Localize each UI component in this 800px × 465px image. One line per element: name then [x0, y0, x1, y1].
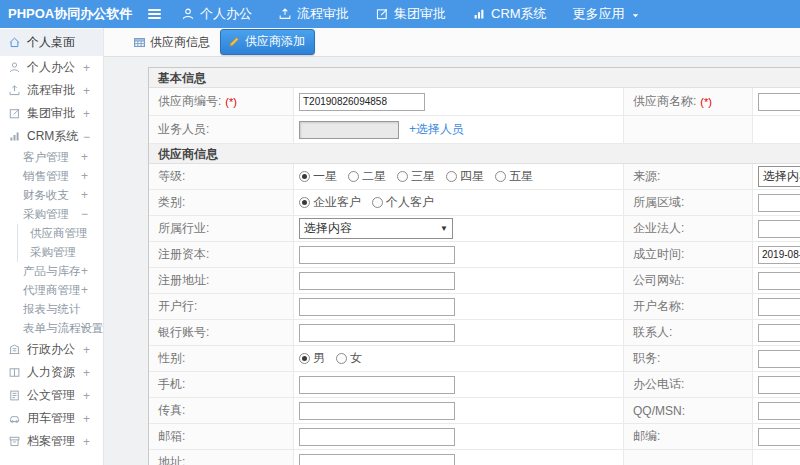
- expand-toggle-icon[interactable]: +: [81, 281, 88, 300]
- field-cell-registered-address: [294, 268, 624, 293]
- field-cell-contact-person: [753, 320, 800, 345]
- input-address[interactable]: [299, 454, 455, 465]
- sidebar-item-vehicle-management[interactable]: 用车管理+: [0, 407, 103, 430]
- radio-level-option-2[interactable]: 三星: [397, 168, 435, 185]
- select-source[interactable]: 选择内容▼: [758, 166, 800, 187]
- sidebar-subitem-supplier-management[interactable]: 供应商管理: [17, 224, 103, 243]
- input-business-staff[interactable]: [299, 121, 399, 139]
- input-fax[interactable]: [299, 402, 455, 420]
- nav-item-personal-office[interactable]: 个人办公: [181, 5, 252, 23]
- radio-category-option-1[interactable]: 个人客户: [372, 194, 434, 211]
- select-industry[interactable]: 选择内容▼: [299, 218, 453, 239]
- expand-toggle-icon[interactable]: +: [83, 389, 90, 403]
- sidebar-item-official-docs[interactable]: 公文管理+: [0, 384, 103, 407]
- radio-gender-option-1[interactable]: 女: [336, 350, 362, 367]
- expand-toggle-icon[interactable]: +: [83, 435, 90, 449]
- input-bank-account[interactable]: [299, 324, 455, 342]
- input-position[interactable]: [758, 350, 800, 368]
- sidebar-subitem-finance-income-expense[interactable]: 财务收支+: [0, 186, 103, 205]
- input-office-phone[interactable]: [758, 376, 800, 394]
- expand-toggle-icon[interactable]: +: [83, 366, 90, 380]
- form-section: 基本信息供应商编号:(*)供应商名称:(*)业务人员:+选择人员: [149, 68, 800, 144]
- nav-item-workflow-approval[interactable]: 流程审批: [278, 5, 349, 23]
- expand-toggle-icon[interactable]: +: [83, 412, 90, 426]
- radio-option-label: 五星: [509, 168, 533, 185]
- sidebar-subitem-sales-management[interactable]: 销售管理+: [0, 167, 103, 186]
- field-cell-legal-person: [753, 216, 800, 241]
- input-email[interactable]: [299, 428, 455, 446]
- expand-toggle-icon[interactable]: −: [83, 130, 90, 144]
- input-account-name[interactable]: [758, 298, 800, 316]
- input-postcode[interactable]: [758, 428, 800, 446]
- expand-toggle-icon[interactable]: +: [83, 61, 90, 75]
- input-contact-person[interactable]: [758, 324, 800, 342]
- nav-item-more-apps[interactable]: 更多应用: [573, 5, 641, 23]
- sidebar-item-personal-desktop[interactable]: 个人桌面: [0, 29, 103, 56]
- radio-level-option-1[interactable]: 二星: [348, 168, 386, 185]
- form-row: 业务人员:+选择人员: [149, 116, 800, 144]
- radio-gender-option-0[interactable]: 男: [299, 350, 325, 367]
- choose-person-link[interactable]: +选择人员: [409, 121, 464, 138]
- expand-toggle-icon[interactable]: +: [83, 84, 90, 98]
- sidebar-subitem-purchase-management[interactable]: 采购管理−: [0, 205, 103, 224]
- radio-button-icon: [348, 171, 359, 182]
- field-cell-position: [753, 346, 800, 371]
- radio-level-option-0[interactable]: 一星: [299, 168, 337, 185]
- input-region[interactable]: [758, 194, 800, 212]
- car-icon: [8, 412, 21, 425]
- input-qq-msn[interactable]: [758, 402, 800, 420]
- form-row: 注册资本:成立时间:: [149, 242, 800, 268]
- field-label-supplier-name: 供应商名称:(*): [624, 88, 753, 115]
- topbar-nav: 个人办公流程审批集团审批CRM系统更多应用: [181, 5, 641, 23]
- sidebar-item-group-approval[interactable]: 集团审批+: [0, 102, 103, 125]
- expand-toggle-icon[interactable]: +: [83, 343, 90, 357]
- field-cell-email: [294, 424, 624, 449]
- input-mobile[interactable]: [299, 376, 455, 394]
- sidebar-item-archive-management[interactable]: 档案管理+: [0, 430, 103, 453]
- expand-toggle-icon[interactable]: −: [81, 205, 88, 224]
- radio-level-option-4[interactable]: 五星: [495, 168, 533, 185]
- tab-supplier-add[interactable]: 供应商添加: [220, 29, 315, 55]
- expand-toggle-icon[interactable]: +: [81, 319, 88, 338]
- input-registered-address[interactable]: [299, 272, 455, 290]
- input-registered-capital[interactable]: [299, 246, 455, 264]
- nav-item-group-approval[interactable]: 集团审批: [375, 5, 446, 23]
- sidebar-item-personal-office[interactable]: 个人办公+: [0, 56, 103, 79]
- input-company-website[interactable]: [758, 272, 800, 290]
- form-row: 所属行业:选择内容▼企业法人:: [149, 216, 800, 242]
- input-supplier-name[interactable]: [758, 93, 800, 111]
- sidebar-subitem-agent-management[interactable]: 代理商管理+: [0, 281, 103, 300]
- input-bank-branch[interactable]: [299, 298, 455, 316]
- radio-level-option-3[interactable]: 四星: [446, 168, 484, 185]
- sidebar-subitem-customer-management[interactable]: 客户管理+: [0, 148, 103, 167]
- field-label-text: 职务:: [633, 350, 660, 367]
- expand-toggle-icon[interactable]: +: [81, 186, 88, 205]
- sidebar-subitem-form-workflow-settings[interactable]: 表单与流程设置+: [0, 319, 103, 338]
- sidebar-item-workflow-approval[interactable]: 流程审批+: [0, 79, 103, 102]
- sidebar-subitem-product-inventory[interactable]: 产品与库存+: [0, 262, 103, 281]
- input-legal-person[interactable]: [758, 220, 800, 238]
- hamburger-menu-icon[interactable]: [148, 9, 161, 19]
- expand-toggle-icon[interactable]: +: [81, 167, 88, 186]
- field-label-account-name: 开户名称:: [624, 294, 753, 319]
- nav-item-crm-system[interactable]: CRM系统: [472, 5, 547, 23]
- sidebar-item-human-resources[interactable]: 人力资源+: [0, 361, 103, 384]
- input-supplier-code[interactable]: [299, 93, 425, 111]
- field-cell-fax: [294, 398, 624, 423]
- doc-icon: [8, 389, 21, 402]
- expand-toggle-icon[interactable]: +: [83, 107, 90, 121]
- tab-supplier-info[interactable]: 供应商信息: [133, 34, 210, 51]
- sidebar-item-crm-system[interactable]: CRM系统−: [0, 125, 103, 148]
- sidebar-subitem-procurement-management[interactable]: 采购管理: [17, 243, 103, 262]
- sidebar-subitem-reports-statistics[interactable]: 报表与统计: [0, 300, 103, 319]
- input-established-date[interactable]: [758, 246, 800, 264]
- field-label-text: 所属区域:: [633, 194, 684, 211]
- field-label-qq-msn: QQ/MSN:: [624, 398, 753, 423]
- expand-toggle-icon[interactable]: +: [81, 262, 88, 281]
- app-logo: PHPOA协同办公软件: [0, 5, 118, 23]
- sidebar-subitem-label: 代理商管理: [23, 284, 81, 296]
- expand-toggle-icon[interactable]: +: [81, 148, 88, 167]
- radio-option-label: 三星: [411, 168, 435, 185]
- radio-category-option-0[interactable]: 企业客户: [299, 194, 361, 211]
- sidebar-item-admin-office[interactable]: 行政办公+: [0, 338, 103, 361]
